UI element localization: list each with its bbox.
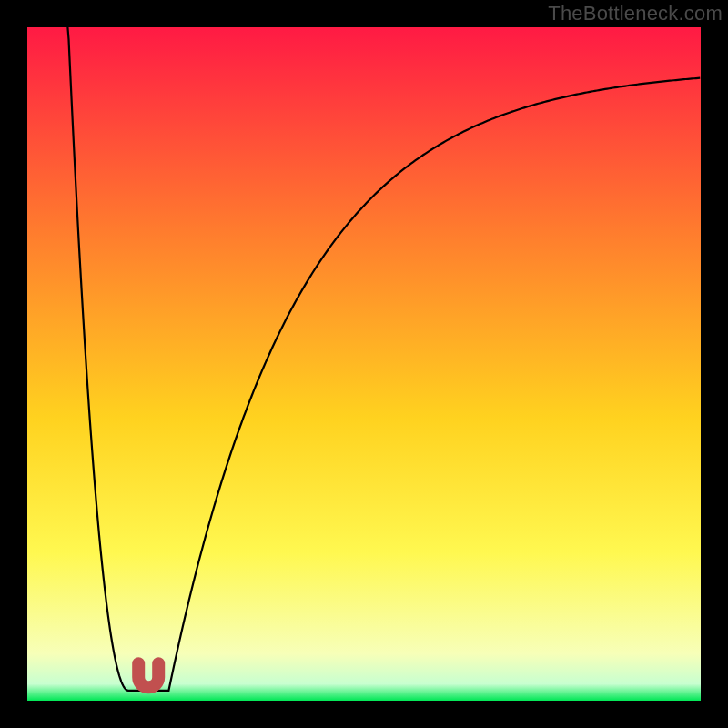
chart-frame: TheBottleneck.com [0,0,728,728]
bottleneck-chart [27,27,701,701]
gradient-background [27,27,701,701]
watermark-text: TheBottleneck.com [548,2,723,25]
plot-area [27,27,701,701]
